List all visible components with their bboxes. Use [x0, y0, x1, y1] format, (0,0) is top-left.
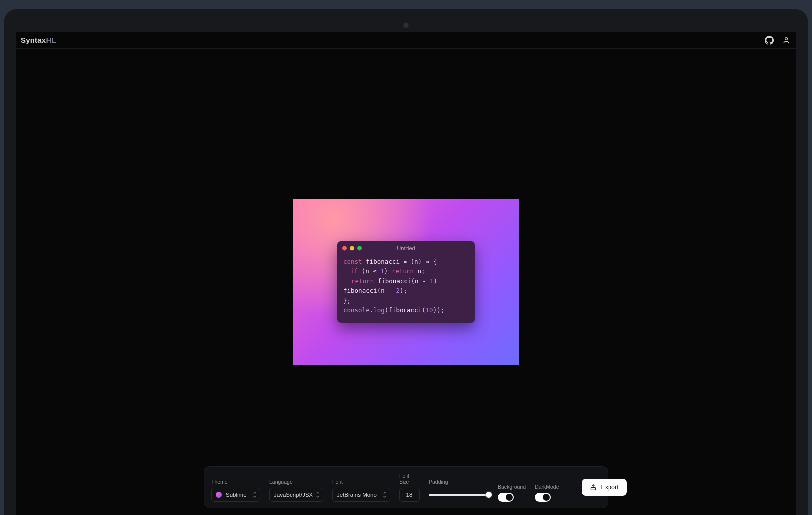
- theme-control: Theme Sublime: [211, 479, 260, 502]
- token-identifier: n: [381, 287, 385, 294]
- darkmode-toggle[interactable]: [535, 493, 551, 502]
- minimize-icon: [350, 246, 354, 250]
- fontsize-value: 18: [406, 492, 413, 498]
- fontsize-control: Font Size 18: [399, 473, 420, 502]
- token-paren: ): [418, 258, 422, 265]
- font-select[interactable]: JetBrains Mono: [332, 488, 390, 502]
- fontsize-label: Font Size: [399, 473, 420, 485]
- token-arrow: ⇒: [426, 258, 430, 265]
- token-identifier: fibonacci: [378, 277, 411, 285]
- token-op: +: [441, 277, 445, 285]
- token-op: -: [422, 277, 426, 285]
- export-button[interactable]: Export: [582, 479, 626, 496]
- window-title[interactable]: Untitled: [397, 245, 415, 251]
- background-toggle[interactable]: [498, 493, 514, 502]
- token-op: ;: [441, 306, 445, 314]
- svg-point-0: [785, 37, 788, 40]
- user-icon[interactable]: [781, 35, 791, 45]
- font-value: JetBrains Mono: [337, 492, 377, 498]
- traffic-lights: [342, 246, 362, 250]
- token-number: 10: [426, 306, 433, 314]
- token-keyword: const: [343, 258, 362, 265]
- token-paren: (: [411, 277, 415, 285]
- background-control: Background: [498, 484, 526, 502]
- brand-logo: SyntaxHL: [21, 36, 56, 44]
- token-op: ≤: [373, 267, 377, 275]
- token-brace: {: [433, 258, 437, 265]
- token-identifier: n: [418, 267, 422, 275]
- token-brace: }: [343, 296, 347, 304]
- fontsize-input[interactable]: 18: [399, 488, 420, 502]
- app-header: SyntaxHL: [16, 32, 796, 49]
- preview-canvas: Untitled const fibonacci = (n) ⇒ { if (n…: [16, 49, 796, 515]
- token-paren: (: [362, 267, 366, 275]
- code-window: Untitled const fibonacci = (n) ⇒ { if (n…: [337, 241, 475, 323]
- close-icon: [342, 246, 347, 250]
- token-number: 2: [396, 287, 400, 294]
- theme-value: Sublime: [226, 492, 247, 498]
- token-paren: (: [422, 306, 426, 314]
- token-number: 1: [380, 267, 384, 275]
- token-method: log: [373, 306, 385, 314]
- language-select[interactable]: JavaScript/JSX: [269, 488, 323, 502]
- brand-main: Syntax: [21, 36, 46, 44]
- chevron-updown-icon: [316, 492, 320, 498]
- token-paren: (: [411, 258, 415, 265]
- background-gradient: Untitled const fibonacci = (n) ⇒ { if (n…: [293, 199, 519, 365]
- token-keyword: return: [351, 277, 374, 285]
- theme-label: Theme: [211, 479, 260, 485]
- device-frame: SyntaxHL: [4, 9, 808, 515]
- token-object: console: [343, 306, 370, 314]
- token-paren: ): [434, 277, 438, 285]
- token-identifier: fibonacci: [366, 258, 400, 265]
- language-value: JavaScript/JSX: [274, 492, 313, 498]
- font-label: Font: [332, 479, 390, 485]
- brand-accent: HL: [46, 36, 56, 44]
- slider-track: [429, 494, 489, 496]
- token-op: ;: [403, 287, 407, 294]
- token-number: 1: [430, 277, 434, 285]
- token-identifier: fibonacci: [388, 306, 422, 314]
- language-label: Language: [269, 479, 323, 485]
- share-icon: [590, 484, 597, 491]
- background-label: Background: [498, 484, 526, 490]
- theme-swatch-icon: [216, 492, 222, 498]
- slider-thumb[interactable]: [486, 492, 492, 498]
- window-titlebar: Untitled: [337, 241, 475, 255]
- token-op: ;: [347, 296, 351, 304]
- export-label: Export: [601, 484, 618, 491]
- token-identifier: n: [365, 267, 369, 275]
- toggle-knob: [543, 494, 550, 501]
- token-op: -: [388, 287, 392, 294]
- darkmode-label: DarkMode: [535, 484, 559, 490]
- github-icon[interactable]: [764, 35, 774, 45]
- chevron-updown-icon: [383, 492, 387, 498]
- token-identifier: n: [415, 277, 419, 285]
- font-control: Font JetBrains Mono: [332, 479, 390, 502]
- token-identifier: n: [414, 258, 418, 265]
- padding-slider[interactable]: [429, 488, 489, 502]
- token-identifier: fibonacci: [343, 287, 377, 294]
- code-editor[interactable]: const fibonacci = (n) ⇒ { if (n ≤ 1) ret…: [337, 255, 475, 323]
- padding-control: Padding: [429, 479, 489, 502]
- token-op: =: [403, 258, 407, 265]
- maximize-icon: [357, 246, 362, 250]
- token-keyword: if: [350, 267, 358, 275]
- theme-select[interactable]: Sublime: [211, 488, 260, 502]
- svg-rect-1: [591, 488, 596, 490]
- control-bar: Theme Sublime Language JavaScript/JSX: [204, 466, 608, 508]
- token-paren: ): [384, 267, 388, 275]
- token-paren: ): [437, 306, 441, 314]
- token-keyword: return: [392, 267, 414, 275]
- darkmode-control: DarkMode: [535, 484, 559, 502]
- app-screen: SyntaxHL: [16, 32, 796, 515]
- toggle-knob: [506, 494, 513, 501]
- padding-label: Padding: [429, 479, 489, 485]
- token-op: ;: [421, 267, 425, 275]
- language-control: Language JavaScript/JSX: [269, 479, 323, 502]
- chevron-updown-icon: [253, 492, 257, 498]
- camera-dot: [404, 23, 408, 28]
